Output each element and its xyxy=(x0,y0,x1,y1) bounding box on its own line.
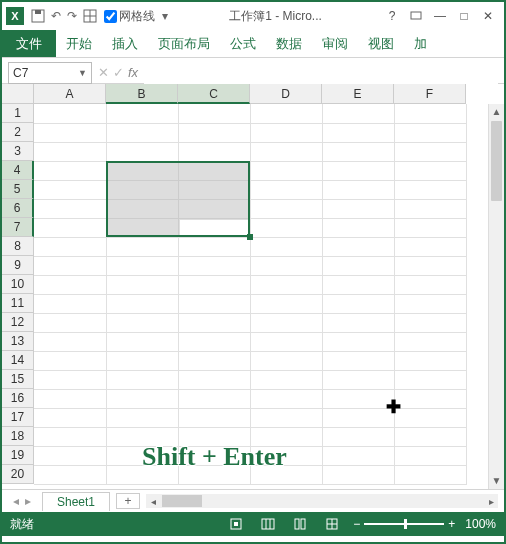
cell-A5[interactable] xyxy=(34,180,106,199)
cell-C1[interactable] xyxy=(178,104,250,123)
cell-B11[interactable] xyxy=(106,294,178,313)
cell-C17[interactable] xyxy=(178,408,250,427)
formula-input[interactable] xyxy=(144,62,498,84)
cell-C6[interactable] xyxy=(178,199,250,218)
cell-A3[interactable] xyxy=(34,142,106,161)
row-header-20[interactable]: 20 xyxy=(2,465,34,484)
row-header-14[interactable]: 14 xyxy=(2,351,34,370)
row-header-15[interactable]: 15 xyxy=(2,370,34,389)
cell-B16[interactable] xyxy=(106,389,178,408)
normal-view-icon[interactable] xyxy=(257,517,279,532)
cell-D17[interactable] xyxy=(250,408,322,427)
cell-C8[interactable] xyxy=(178,237,250,256)
cell-D11[interactable] xyxy=(250,294,322,313)
cell-B10[interactable] xyxy=(106,275,178,294)
name-box-dropdown-icon[interactable]: ▼ xyxy=(78,68,87,78)
tab-view[interactable]: 视图 xyxy=(358,30,404,57)
row-header-11[interactable]: 11 xyxy=(2,294,34,313)
cell-A18[interactable] xyxy=(34,427,106,446)
scroll-up-icon[interactable]: ▲ xyxy=(489,104,504,120)
save-icon[interactable] xyxy=(31,9,45,23)
cell-B4[interactable] xyxy=(106,161,178,180)
cell-D5[interactable] xyxy=(250,180,322,199)
cell-A10[interactable] xyxy=(34,275,106,294)
row-header-13[interactable]: 13 xyxy=(2,332,34,351)
cell-A15[interactable] xyxy=(34,370,106,389)
hscroll-right-icon[interactable]: ▸ xyxy=(484,496,498,507)
cell-F2[interactable] xyxy=(394,123,466,142)
tab-review[interactable]: 审阅 xyxy=(312,30,358,57)
horizontal-scrollbar[interactable]: ◂ ▸ xyxy=(146,494,498,508)
cell-E6[interactable] xyxy=(322,199,394,218)
cell-B2[interactable] xyxy=(106,123,178,142)
cell-E18[interactable] xyxy=(322,427,394,446)
cell-F7[interactable] xyxy=(394,218,466,237)
cell-D1[interactable] xyxy=(250,104,322,123)
cell-E5[interactable] xyxy=(322,180,394,199)
cell-E14[interactable] xyxy=(322,351,394,370)
page-layout-view-icon[interactable] xyxy=(289,517,311,532)
scroll-down-icon[interactable]: ▼ xyxy=(489,473,504,489)
cell-D2[interactable] xyxy=(250,123,322,142)
row-header-9[interactable]: 9 xyxy=(2,256,34,275)
cell-C9[interactable] xyxy=(178,256,250,275)
cell-D14[interactable] xyxy=(250,351,322,370)
cell-C19[interactable] xyxy=(178,446,250,465)
minimize-icon[interactable]: — xyxy=(428,9,452,23)
row-header-18[interactable]: 18 xyxy=(2,427,34,446)
cell-E7[interactable] xyxy=(322,218,394,237)
cell-C18[interactable] xyxy=(178,427,250,446)
row-header-2[interactable]: 2 xyxy=(2,123,34,142)
cell-C5[interactable] xyxy=(178,180,250,199)
cell-C12[interactable] xyxy=(178,313,250,332)
cell-D16[interactable] xyxy=(250,389,322,408)
zoom-level[interactable]: 100% xyxy=(465,517,496,531)
cell-B8[interactable] xyxy=(106,237,178,256)
cell-E19[interactable] xyxy=(322,446,394,465)
cell-D6[interactable] xyxy=(250,199,322,218)
zoom-in-button[interactable]: + xyxy=(448,517,455,531)
row-header-3[interactable]: 3 xyxy=(2,142,34,161)
cell-E15[interactable] xyxy=(322,370,394,389)
cell-C11[interactable] xyxy=(178,294,250,313)
undo-icon[interactable]: ↶ xyxy=(51,9,61,23)
cell-F11[interactable] xyxy=(394,294,466,313)
cell-F15[interactable] xyxy=(394,370,466,389)
cell-A7[interactable] xyxy=(34,218,106,237)
col-header-F[interactable]: F xyxy=(394,84,466,104)
cell-A17[interactable] xyxy=(34,408,106,427)
col-header-B[interactable]: B xyxy=(106,84,178,104)
cell-E4[interactable] xyxy=(322,161,394,180)
cell-B12[interactable] xyxy=(106,313,178,332)
cell-D8[interactable] xyxy=(250,237,322,256)
cell-C14[interactable] xyxy=(178,351,250,370)
cell-A8[interactable] xyxy=(34,237,106,256)
maximize-icon[interactable]: □ xyxy=(452,9,476,23)
fx-icon[interactable]: fx xyxy=(128,65,138,80)
select-all-triangle[interactable] xyxy=(2,84,34,104)
row-header-8[interactable]: 8 xyxy=(2,237,34,256)
cell-A19[interactable] xyxy=(34,446,106,465)
cell-B20[interactable] xyxy=(106,465,178,484)
cell-D10[interactable] xyxy=(250,275,322,294)
sheet-nav-prev-icon[interactable]: ◂ xyxy=(13,494,19,508)
cell-B13[interactable] xyxy=(106,332,178,351)
cell-D19[interactable] xyxy=(250,446,322,465)
borders-icon[interactable] xyxy=(83,9,97,23)
zoom-slider[interactable]: − + xyxy=(353,517,455,531)
cell-A16[interactable] xyxy=(34,389,106,408)
cell-F20[interactable] xyxy=(394,465,466,484)
cell-C7[interactable] xyxy=(178,218,250,237)
col-header-C[interactable]: C xyxy=(178,84,250,104)
cell-A1[interactable] xyxy=(34,104,106,123)
sheet-nav[interactable]: ◂▸ xyxy=(2,494,42,508)
sheet-nav-next-icon[interactable]: ▸ xyxy=(25,494,31,508)
cell-F14[interactable] xyxy=(394,351,466,370)
row-header-6[interactable]: 6 xyxy=(2,199,34,218)
cell-D4[interactable] xyxy=(250,161,322,180)
col-header-D[interactable]: D xyxy=(250,84,322,104)
cell-C4[interactable] xyxy=(178,161,250,180)
hscroll-left-icon[interactable]: ◂ xyxy=(146,496,160,507)
cell-F17[interactable] xyxy=(394,408,466,427)
cell-C2[interactable] xyxy=(178,123,250,142)
